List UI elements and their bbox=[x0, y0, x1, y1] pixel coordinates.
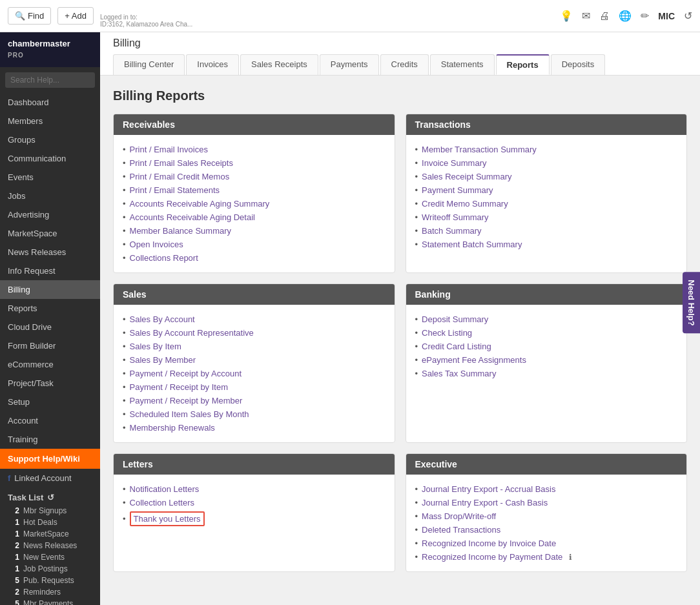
thank-you-letters-link[interactable]: Thank you Letters bbox=[134, 514, 201, 524]
sidebar-item-jobs[interactable]: Jobs bbox=[0, 187, 100, 205]
ar-aging-summary-link[interactable]: Accounts Receivable Aging Summary bbox=[130, 199, 270, 209]
task-reminders[interactable]: 2 Reminders bbox=[8, 586, 92, 598]
sales-receipt-summary-link[interactable]: Sales Receipt Summary bbox=[422, 172, 511, 181]
sidebar-item-account[interactable]: Account bbox=[0, 411, 100, 430]
tab-deposits[interactable]: Deposits bbox=[551, 54, 606, 75]
refresh-tasks-icon[interactable]: ↺ bbox=[47, 493, 54, 502]
task-pub-requests[interactable]: 5 Pub. Requests bbox=[8, 575, 92, 586]
tab-reports[interactable]: Reports bbox=[496, 54, 550, 75]
globe-icon[interactable]: 🌐 bbox=[619, 10, 632, 22]
check-listing-link[interactable]: Check Listing bbox=[422, 328, 472, 338]
tab-statements[interactable]: Statements bbox=[430, 54, 495, 75]
main-header: Billing Billing Center Invoices Sales Re… bbox=[100, 32, 700, 76]
payment-summary-link[interactable]: Payment Summary bbox=[422, 185, 493, 195]
card-sales-body: Sales By Account Sales By Account Repres… bbox=[114, 305, 395, 442]
need-help-panel[interactable]: Need Help? bbox=[683, 272, 700, 334]
deleted-transactions-link[interactable]: Deleted Transactions bbox=[422, 525, 500, 535]
sidebar-logo: chambermaster PRO bbox=[0, 32, 100, 67]
sidebar-item-members[interactable]: Members bbox=[0, 112, 100, 130]
sidebar-item-events[interactable]: Events bbox=[0, 168, 100, 187]
task-job-postings[interactable]: 1 Job Postings bbox=[8, 563, 92, 575]
print-email-invoices-link[interactable]: Print / Email Invoices bbox=[130, 145, 208, 154]
sidebar-item-training[interactable]: Training bbox=[0, 430, 100, 449]
statement-batch-summary-link[interactable]: Statement Batch Summary bbox=[422, 240, 522, 249]
batch-summary-link[interactable]: Batch Summary bbox=[422, 226, 481, 236]
sidebar-item-cloud-drive[interactable]: Cloud Drive bbox=[0, 318, 100, 336]
sidebar-item-ecommerce[interactable]: eCommerce bbox=[0, 355, 100, 374]
sidebar-item-project-task[interactable]: Project/Task bbox=[0, 374, 100, 393]
collection-letters-link[interactable]: Collection Letters bbox=[130, 498, 194, 508]
print-email-statements-link[interactable]: Print / Email Statements bbox=[130, 185, 220, 195]
member-balance-summary-link[interactable]: Member Balance Summary bbox=[130, 226, 232, 236]
refresh-icon[interactable]: ↺ bbox=[684, 10, 692, 22]
sidebar-item-reports[interactable]: Reports bbox=[0, 299, 100, 318]
deposit-summary-link[interactable]: Deposit Summary bbox=[422, 314, 488, 324]
tab-sales-receipts[interactable]: Sales Receipts bbox=[240, 54, 318, 75]
scheduled-item-sales-link[interactable]: Scheduled Item Sales By Month bbox=[130, 409, 249, 419]
sidebar-item-billing[interactable]: Billing bbox=[0, 280, 100, 299]
invoice-summary-link[interactable]: Invoice Summary bbox=[422, 158, 486, 168]
mass-drop-writeoff-link[interactable]: Mass Drop/Write-off bbox=[422, 511, 496, 521]
sidebar-support[interactable]: Support Help/Wiki bbox=[0, 449, 100, 469]
sales-by-member-link[interactable]: Sales By Member bbox=[130, 355, 196, 365]
task-mbr-signups[interactable]: 2 Mbr Signups bbox=[8, 505, 92, 517]
card-banking-body: Deposit Summary Check Listing Credit Car… bbox=[406, 305, 687, 388]
sidebar-item-form-builder[interactable]: Form Builder bbox=[0, 336, 100, 355]
sidebar-item-marketspace[interactable]: MarketSpace bbox=[0, 224, 100, 243]
print-email-credit-memos-link[interactable]: Print / Email Credit Memos bbox=[130, 172, 230, 181]
tab-credits[interactable]: Credits bbox=[380, 54, 429, 75]
pencil-icon[interactable]: ✏ bbox=[641, 10, 649, 22]
sidebar-linked-account[interactable]: f Linked Account bbox=[0, 469, 100, 487]
sales-by-item-link[interactable]: Sales By Item bbox=[130, 342, 181, 351]
sidebar-item-news-releases[interactable]: News Releases bbox=[0, 243, 100, 261]
tab-billing-center[interactable]: Billing Center bbox=[113, 54, 185, 75]
tab-invoices[interactable]: Invoices bbox=[186, 54, 239, 75]
notification-letters-link[interactable]: Notification Letters bbox=[130, 484, 200, 494]
lightbulb-icon[interactable]: 💡 bbox=[560, 10, 573, 22]
sales-list: Sales By Account Sales By Account Repres… bbox=[123, 313, 386, 435]
journal-entry-cash-link[interactable]: Journal Entry Export - Cash Basis bbox=[422, 498, 548, 508]
find-button[interactable]: 🔍 Find bbox=[8, 7, 51, 25]
sidebar-item-setup[interactable]: Setup bbox=[0, 393, 100, 411]
member-transaction-summary-link[interactable]: Member Transaction Summary bbox=[422, 145, 537, 154]
epayment-fee-link[interactable]: ePayment Fee Assignments bbox=[422, 355, 526, 365]
journal-entry-accrual-link[interactable]: Journal Entry Export - Accrual Basis bbox=[422, 484, 555, 494]
sales-by-account-link[interactable]: Sales By Account bbox=[130, 314, 195, 324]
task-new-events[interactable]: 1 New Events bbox=[8, 551, 92, 563]
sidebar-item-info-request[interactable]: Info Request bbox=[0, 261, 100, 280]
payment-receipt-by-item-link[interactable]: Payment / Receipt by Item bbox=[130, 382, 228, 392]
print-email-sales-receipts-link[interactable]: Print / Email Sales Receipts bbox=[130, 158, 233, 168]
list-item: Sales Tax Summary bbox=[415, 367, 678, 380]
writeoff-summary-link[interactable]: Writeoff Summary bbox=[422, 212, 489, 222]
mail-icon[interactable]: ✉ bbox=[582, 10, 590, 22]
sidebar-item-advertising[interactable]: Advertising bbox=[0, 205, 100, 224]
sidebar-item-communication[interactable]: Communication bbox=[0, 149, 100, 168]
sidebar-item-groups[interactable]: Groups bbox=[0, 130, 100, 149]
task-mbr-payments[interactable]: 5 Mbr Payments bbox=[8, 598, 92, 605]
open-invoices-link[interactable]: Open Invoices bbox=[130, 240, 183, 249]
task-hot-deals[interactable]: 1 Hot Deals bbox=[8, 517, 92, 528]
card-receivables: Receivables Print / Email Invoices Print… bbox=[113, 114, 395, 273]
search-input[interactable] bbox=[5, 72, 95, 88]
task-marketspace[interactable]: 1 MarketSpace bbox=[8, 528, 92, 540]
credit-card-listing-link[interactable]: Credit Card Listing bbox=[422, 342, 491, 351]
list-item: Payment / Receipt by Member bbox=[123, 394, 386, 407]
payment-receipt-by-member-link[interactable]: Payment / Receipt by Member bbox=[130, 396, 243, 405]
collections-report-link[interactable]: Collections Report bbox=[130, 253, 198, 263]
recognized-income-payment-link[interactable]: Recognized Income by Payment Date bbox=[422, 552, 562, 562]
print-icon[interactable]: 🖨 bbox=[599, 10, 610, 22]
sales-tax-summary-link[interactable]: Sales Tax Summary bbox=[422, 369, 496, 378]
tab-payments[interactable]: Payments bbox=[320, 54, 379, 75]
membership-renewals-link[interactable]: Membership Renewals bbox=[130, 423, 215, 433]
task-news-releases[interactable]: 2 News Releases bbox=[8, 540, 92, 551]
recognized-income-invoice-link[interactable]: Recognized Income by Invoice Date bbox=[422, 538, 556, 548]
list-item: Accounts Receivable Aging Detail bbox=[123, 210, 386, 224]
ar-aging-detail-link[interactable]: Accounts Receivable Aging Detail bbox=[130, 212, 255, 222]
sidebar-item-dashboard[interactable]: Dashboard bbox=[0, 93, 100, 112]
mic-label: MIC bbox=[658, 11, 675, 21]
sales-by-account-rep-link[interactable]: Sales By Account Representative bbox=[130, 328, 254, 338]
add-button[interactable]: + Add bbox=[57, 7, 94, 25]
credit-memo-summary-link[interactable]: Credit Memo Summary bbox=[422, 199, 508, 209]
payment-receipt-by-account-link[interactable]: Payment / Receipt by Account bbox=[130, 369, 242, 378]
billing-header: Billing bbox=[113, 37, 687, 49]
